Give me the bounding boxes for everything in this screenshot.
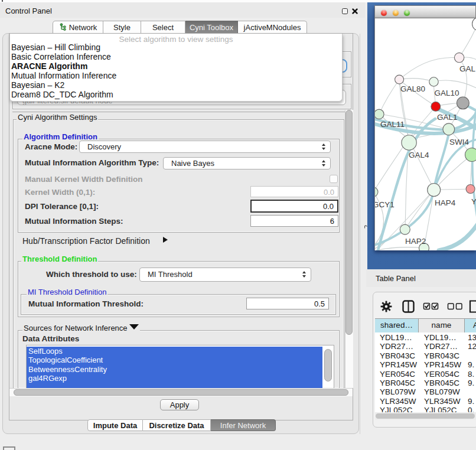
svg-text:GAL80: GAL80: [400, 84, 425, 93]
svg-text:HAP4: HAP4: [435, 198, 456, 207]
svg-text:HAP2: HAP2: [405, 237, 426, 246]
svg-text:GAL4: GAL4: [409, 151, 429, 159]
svg-text:SWI4: SWI4: [449, 138, 469, 146]
svg-text:GAL10: GAL10: [435, 89, 459, 97]
svg-text:Y: Y: [471, 197, 476, 206]
svg-text:GCY1: GCY1: [375, 200, 395, 209]
svg-text:GAL11: GAL11: [380, 120, 405, 129]
svg-text:GAL1: GAL1: [437, 113, 458, 122]
svg-text:GAL: GAL: [459, 64, 476, 73]
